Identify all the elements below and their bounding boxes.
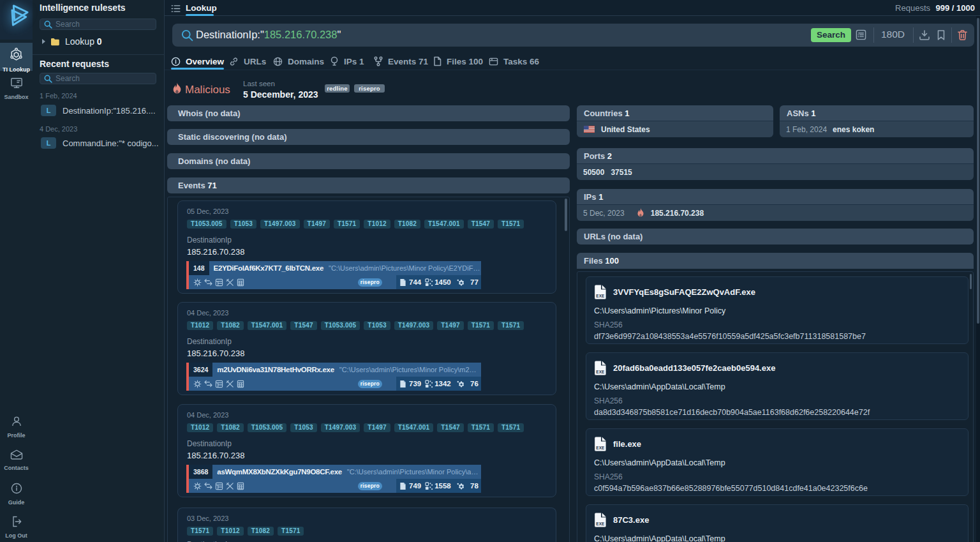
svg-text:EXE: EXE: [596, 370, 604, 374]
svg-text:EXE: EXE: [596, 446, 604, 450]
svg-text:EXE: EXE: [596, 294, 604, 298]
svg-text:EXE: EXE: [596, 522, 604, 526]
